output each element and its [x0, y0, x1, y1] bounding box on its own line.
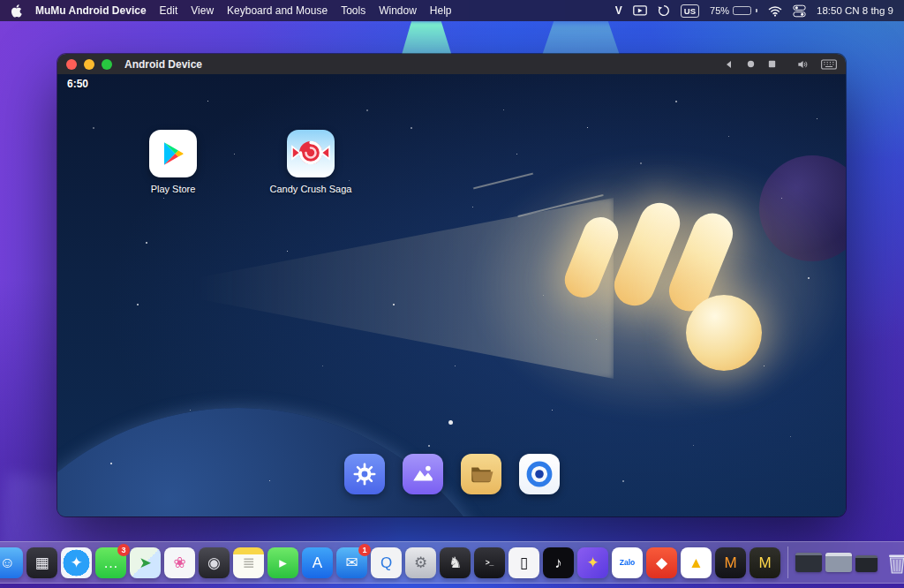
menu-tools[interactable]: Tools	[341, 4, 365, 17]
quicktime-icon: Q	[380, 555, 392, 570]
candy-crush-icon	[287, 130, 335, 177]
dock-chess[interactable]: ♞	[440, 547, 471, 578]
messages-icon: …	[103, 555, 118, 570]
dock-mumu-player[interactable]: M	[715, 547, 746, 578]
notes-icon: ≣	[242, 555, 254, 570]
dock-finder[interactable]: ☺	[0, 547, 23, 578]
time-machine-icon[interactable]	[658, 4, 670, 17]
notification-badge: 3	[117, 544, 130, 556]
dock-separator	[787, 547, 788, 578]
android-back-button[interactable]	[724, 59, 734, 70]
menu-window[interactable]: Window	[379, 4, 417, 17]
screen-mirroring-icon[interactable]	[633, 5, 647, 16]
input-source-indicator[interactable]: US	[681, 4, 699, 18]
control-center-icon[interactable]	[793, 4, 806, 18]
minimized-window-thumbnail[interactable]	[795, 553, 822, 572]
dock-iphone-mirroring[interactable]: ▯	[508, 547, 539, 578]
mumu-emulator-window: Android Device	[57, 54, 846, 516]
menu-help[interactable]: Help	[430, 4, 452, 17]
dock-quicktime[interactable]: Q	[371, 547, 402, 578]
maps-icon: ➤	[139, 555, 151, 570]
dock-minimized-windows[interactable]	[795, 553, 878, 572]
dock-app-store[interactable]: A	[302, 547, 333, 578]
facetime-icon: ▸	[279, 555, 287, 570]
android-recents-button[interactable]	[767, 59, 777, 69]
drive-icon: ▲	[689, 555, 704, 570]
dock-camera[interactable]: ◉	[199, 547, 230, 578]
keyboard-button[interactable]	[821, 59, 837, 70]
dock-tiktok[interactable]: ♪	[543, 547, 574, 578]
dock-terminal[interactable]: >_	[474, 547, 505, 578]
zalo-icon: Zalo	[620, 559, 635, 567]
android-screen[interactable]: 6:50 Play Store	[57, 74, 846, 516]
camera-icon: ◉	[207, 555, 221, 570]
notification-badge: 1	[358, 544, 371, 556]
mumu-player-icon: M	[724, 555, 736, 570]
files-icon	[469, 462, 493, 486]
zoom-button[interactable]	[102, 59, 112, 70]
dock-netease-app[interactable]: ◆	[646, 547, 677, 578]
menu-keyboard-and-mouse[interactable]: Keyboard and Mouse	[227, 4, 328, 17]
dock-zalo[interactable]: Zalo	[612, 547, 643, 578]
trash-icon	[886, 551, 904, 575]
dock-design-app[interactable]: ✦	[577, 547, 608, 578]
launchpad-icon: ▦	[34, 555, 49, 570]
photos-icon: ❀	[173, 555, 185, 570]
volume-button[interactable]	[795, 58, 810, 71]
macos-menubar: MuMu Android DeviceEditViewKeyboard and …	[0, 0, 904, 21]
dock-messages[interactable]: …3	[95, 547, 126, 578]
dock-launchpad[interactable]: ▦	[26, 547, 57, 578]
dock-photos[interactable]: ❀	[164, 547, 195, 578]
safari-icon: ✦	[70, 555, 82, 570]
mail-icon: ✉	[345, 555, 358, 570]
battery-indicator[interactable]: 75%	[710, 5, 757, 16]
close-button[interactable]	[66, 59, 77, 70]
screen: MuMu Android DeviceEditViewKeyboard and …	[0, 0, 904, 588]
play-store-icon	[149, 130, 197, 177]
android-home-button[interactable]	[746, 59, 756, 69]
settings-icon	[352, 462, 377, 486]
iphone-mirroring-icon: ▯	[520, 555, 528, 570]
dock-drive[interactable]: ▲	[681, 547, 712, 578]
dock-notes[interactable]: ≣	[233, 547, 264, 578]
app-play-store[interactable]: Play Store	[132, 130, 214, 194]
netease-app-icon: ◆	[656, 555, 667, 570]
app-label: Play Store	[151, 184, 196, 194]
dock-mail[interactable]: ✉1	[336, 547, 367, 578]
android-dock-files[interactable]	[461, 454, 501, 494]
android-dock-settings[interactable]	[344, 454, 385, 494]
android-dock-gallery[interactable]	[403, 454, 443, 494]
menu-mumu-android-device[interactable]: MuMu Android Device	[35, 4, 147, 17]
apple-menu-icon[interactable]	[11, 4, 22, 18]
window-titlebar[interactable]: Android Device	[57, 54, 846, 74]
dock-maps[interactable]: ➤	[130, 547, 161, 578]
android-dock	[344, 454, 560, 494]
window-title: Android Device	[124, 58, 202, 71]
mumu-global-icon: M	[758, 555, 771, 570]
menubar-clock[interactable]: 18:50 CN 8 thg 9	[817, 5, 893, 16]
dock-safari[interactable]: ✦	[61, 547, 92, 578]
android-dock-browser[interactable]	[519, 454, 560, 494]
battery-percent-label: 75%	[710, 5, 729, 16]
menu-edit[interactable]: Edit	[160, 4, 178, 17]
menu-view[interactable]: View	[191, 4, 214, 17]
minimize-button[interactable]	[84, 59, 94, 70]
dock-facetime[interactable]: ▸	[267, 547, 298, 578]
minimized-window-thumbnail[interactable]	[855, 555, 878, 572]
battery-icon	[733, 6, 751, 15]
finder-icon: ☺	[0, 555, 15, 570]
dock-mumu-global[interactable]: M	[750, 547, 780, 578]
app-store-icon: A	[313, 555, 322, 570]
dock-icons: ☺▦✦…3➤❀◉≣▸A✉1Q⚙♞>_▯♪✦Zalo◆▲MM	[0, 547, 780, 578]
wifi-icon[interactable]	[768, 5, 782, 17]
app-candy-crush-saga[interactable]: Candy Crush Saga	[270, 130, 351, 194]
system-settings-icon: ⚙	[414, 555, 427, 570]
minimized-window-thumbnail[interactable]	[825, 553, 852, 572]
traffic-lights	[66, 59, 112, 70]
design-app-icon: ✦	[586, 555, 599, 570]
v-app-status-icon[interactable]: V	[615, 4, 622, 17]
android-status-clock: 6:50	[67, 78, 88, 90]
dock-trash[interactable]	[881, 547, 904, 578]
dock-system-settings[interactable]: ⚙	[405, 547, 436, 578]
tiktok-icon: ♪	[554, 555, 562, 570]
